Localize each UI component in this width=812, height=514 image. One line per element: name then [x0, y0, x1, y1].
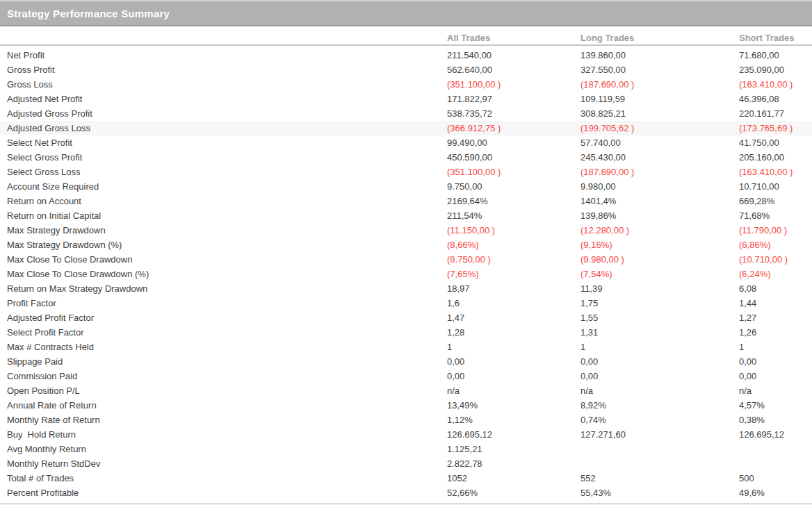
cell-all-trades: 9.750,00: [447, 179, 580, 194]
cell-short-trades: 220.161,77: [739, 106, 812, 121]
table-row[interactable]: Max Close To Close Drawdown (9.750,00 ) …: [0, 252, 812, 267]
cell-long-trades: [580, 456, 739, 471]
table-row[interactable]: Adjusted Profit Factor 1,47 1,55 1,27: [0, 310, 812, 325]
table-row[interactable]: Select Net Profit 99.490,00 57.740,00 41…: [0, 135, 812, 150]
cell-all-trades: 126.695,12: [447, 427, 580, 442]
cell-short-trades: (173.765,69 ): [739, 121, 812, 135]
cell-short-trades: 41.750,00: [739, 135, 812, 150]
row-label: Total # of Trades: [0, 471, 447, 486]
table-row[interactable]: Select Gross Loss (351.100,00 ) (187.690…: [0, 165, 812, 179]
table-row[interactable]: Percent Profitable 52,66% 55,43% 49,6%: [0, 486, 812, 500]
cell-short-trades: 235.090,00: [739, 63, 812, 77]
row-label: Adjusted Net Profit: [0, 92, 447, 106]
cell-short-trades: [739, 442, 812, 456]
row-label: Slippage Paid: [0, 354, 447, 369]
table-row[interactable]: Commission Paid 0,00 0,00 0,00: [0, 369, 812, 383]
table-row[interactable]: Open Position P/L n/a n/a n/a: [0, 383, 812, 398]
cell-long-trades: 0,00: [580, 354, 739, 369]
cell-short-trades: 71.680,00: [739, 48, 812, 63]
title-bar: Strategy Performance Summary: [0, 0, 812, 26]
cell-short-trades: 1,26: [739, 325, 812, 340]
cell-long-trades: 9.980,00: [580, 179, 739, 194]
table-row[interactable]: Monthly Rate of Return 1,12% 0,74% 0,38%: [0, 413, 812, 427]
table-row[interactable]: Avg Monthly Return 1.125,21: [0, 442, 812, 456]
table-row[interactable]: Total # of Trades 1052 552 500: [0, 471, 812, 486]
row-label: Account Size Required: [0, 179, 447, 194]
row-label: Monthly Return StdDev: [0, 456, 447, 471]
column-header-metric: [0, 31, 447, 46]
cell-all-trades: (351.100,00 ): [447, 77, 580, 92]
cell-short-trades: 1: [739, 340, 812, 354]
table-row[interactable]: Max Strategy Drawdown (11.150,00 ) (12.2…: [0, 223, 812, 238]
cell-long-trades: 1,75: [580, 296, 739, 310]
cell-short-trades: (6,24%): [739, 267, 812, 281]
cell-short-trades: 0,00: [739, 354, 812, 369]
table-row[interactable]: Adjusted Gross Loss (366.912,75 ) (199.7…: [0, 121, 812, 135]
column-header-long-trades: Long Trades: [580, 31, 739, 46]
table-row[interactable]: Max # Contracts Held 1 1 1: [0, 340, 812, 354]
table-row[interactable]: Return on Max Strategy Drawdown 18,97 11…: [0, 281, 812, 296]
cell-short-trades: (163.410,00 ): [739, 77, 812, 92]
cell-short-trades: 669,28%: [739, 194, 812, 208]
row-label: Avg Monthly Return: [0, 442, 447, 456]
cell-short-trades: [739, 456, 812, 471]
table-row[interactable]: Return on Account 2169,64% 1401,4% 669,2…: [0, 194, 812, 208]
cell-short-trades: (10.710,00 ): [739, 252, 812, 267]
cell-all-trades: 1,28: [447, 325, 580, 340]
row-label: Select Gross Loss: [0, 165, 447, 179]
cell-long-trades: 8,92%: [580, 398, 739, 413]
table-row[interactable]: Adjusted Gross Profit 538.735,72 308.825…: [0, 106, 812, 121]
table-row[interactable]: Max Close To Close Drawdown (%) (7,65%) …: [0, 267, 812, 281]
table-row[interactable]: Adjusted Net Profit 171.822,97 109.119,5…: [0, 92, 812, 106]
cell-all-trades: (351.100,00 ): [447, 165, 580, 179]
cell-short-trades: 0,38%: [739, 413, 812, 427]
row-label: Buy Hold Return: [0, 427, 447, 442]
performance-table-body: Net Profit 211.540,00 139.860,00 71.680,…: [0, 46, 812, 500]
cell-long-trades: (199.705,62 ): [580, 121, 739, 135]
cell-long-trades: (7,54%): [580, 267, 739, 281]
cell-long-trades: 245.430,00: [580, 150, 739, 165]
cell-long-trades: 109.119,59: [580, 92, 739, 106]
cell-short-trades: (6,86%): [739, 238, 812, 252]
cell-all-trades: 1: [447, 340, 580, 354]
table-row[interactable]: Gross Profit 562.640,00 327.550,00 235.0…: [0, 63, 812, 77]
cell-all-trades: (8,66%): [447, 238, 580, 252]
cell-short-trades: 49,6%: [739, 486, 812, 500]
row-label: Adjusted Gross Profit: [0, 106, 447, 121]
row-label: Net Profit: [0, 48, 447, 63]
cell-short-trades: 1,27: [739, 310, 812, 325]
cell-long-trades: (12.280,00 ): [580, 223, 739, 238]
row-label: Return on Max Strategy Drawdown: [0, 281, 447, 296]
cell-all-trades: (7,65%): [447, 267, 580, 281]
cell-all-trades: 1,12%: [447, 413, 580, 427]
row-label: Max Strategy Drawdown (%): [0, 238, 447, 252]
row-label: Select Net Profit: [0, 135, 447, 150]
row-label: Gross Loss: [0, 77, 447, 92]
row-label: Max # Contracts Held: [0, 340, 447, 354]
cell-all-trades: 0,00: [447, 369, 580, 383]
table-row[interactable]: Annual Rate of Return 13,49% 8,92% 4,57%: [0, 398, 812, 413]
table-row[interactable]: Monthly Return StdDev 2.822,78: [0, 456, 812, 471]
table-row[interactable]: Select Gross Profit 450.590,00 245.430,0…: [0, 150, 812, 165]
row-label: Return on Initial Capital: [0, 208, 447, 223]
cell-all-trades: 211.540,00: [447, 48, 580, 63]
table-row[interactable]: Account Size Required 9.750,00 9.980,00 …: [0, 179, 812, 194]
row-label: Max Close To Close Drawdown (%): [0, 267, 447, 281]
cell-short-trades: (163.410,00 ): [739, 165, 812, 179]
table-row[interactable]: Gross Loss (351.100,00 ) (187.690,00 ) (…: [0, 77, 812, 92]
cell-short-trades: (11.790,00 ): [739, 223, 812, 238]
table-row[interactable]: Net Profit 211.540,00 139.860,00 71.680,…: [0, 48, 812, 63]
cell-short-trades: 4,57%: [739, 398, 812, 413]
cell-all-trades: 1,6: [447, 296, 580, 310]
cell-long-trades: (9.980,00 ): [580, 252, 739, 267]
table-row[interactable]: Max Strategy Drawdown (%) (8,66%) (9,16%…: [0, 238, 812, 252]
table-row[interactable]: Buy Hold Return 126.695,12 127.271,60 12…: [0, 427, 812, 442]
table-row[interactable]: Profit Factor 1,6 1,75 1,44: [0, 296, 812, 310]
table-row[interactable]: Return on Initial Capital 211,54% 139,86…: [0, 208, 812, 223]
row-label: Max Strategy Drawdown: [0, 223, 447, 238]
cell-long-trades: 0,74%: [580, 413, 739, 427]
table-row[interactable]: Select Profit Factor 1,28 1,31 1,26: [0, 325, 812, 340]
table-row[interactable]: Slippage Paid 0,00 0,00 0,00: [0, 354, 812, 369]
row-label: Adjusted Profit Factor: [0, 310, 447, 325]
cell-all-trades: 13,49%: [447, 398, 580, 413]
